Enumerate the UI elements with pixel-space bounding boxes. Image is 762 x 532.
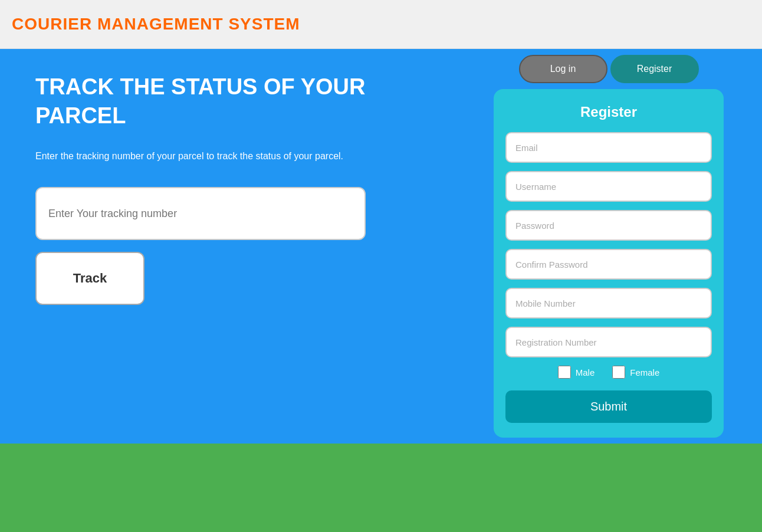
gender-female-option[interactable]: Female (612, 366, 659, 379)
gender-row: Male Female (505, 366, 712, 379)
app-title: COURIER MANAGEMENT SYSTEM (12, 15, 300, 34)
hero-title: TRACK THE STATUS OF YOUR PARCEL (35, 73, 420, 131)
tracking-number-input[interactable] (35, 187, 366, 240)
male-label: Male (576, 367, 595, 377)
tab-login[interactable]: Log in (519, 55, 607, 83)
confirm-password-field[interactable] (505, 249, 712, 280)
main-area: TRACK THE STATUS OF YOUR PARCEL Enter th… (0, 49, 762, 532)
username-field[interactable] (505, 171, 712, 202)
email-field[interactable] (505, 132, 712, 163)
right-section: Log in Register Register Male (455, 49, 762, 532)
registration-number-field[interactable] (505, 327, 712, 357)
app-header: COURIER MANAGEMENT SYSTEM (0, 0, 762, 49)
register-title: Register (505, 104, 712, 120)
hero-description: Enter the tracking number of your parcel… (35, 149, 420, 164)
female-checkbox[interactable] (612, 366, 625, 379)
password-field[interactable] (505, 210, 712, 241)
female-label: Female (630, 367, 659, 377)
male-checkbox[interactable] (558, 366, 571, 379)
mobile-number-field[interactable] (505, 288, 712, 318)
auth-tabs: Log in Register (519, 55, 699, 83)
left-section: TRACK THE STATUS OF YOUR PARCEL Enter th… (0, 49, 455, 532)
gender-male-option[interactable]: Male (558, 366, 595, 379)
tab-register[interactable]: Register (610, 55, 699, 83)
submit-button[interactable]: Submit (505, 390, 712, 423)
track-button[interactable]: Track (35, 252, 144, 305)
register-panel: Register Male Female Submit (494, 89, 724, 438)
